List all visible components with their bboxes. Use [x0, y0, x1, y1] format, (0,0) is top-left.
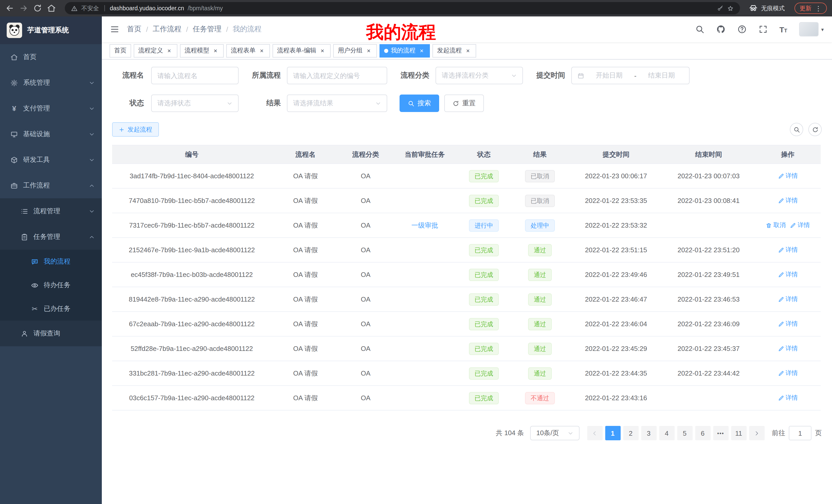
close-icon[interactable]: ×: [212, 47, 219, 54]
browser-back-icon[interactable]: [5, 4, 15, 13]
result-select[interactable]: 请选择流结果: [287, 94, 387, 112]
help-icon[interactable]: [737, 25, 746, 34]
pager-prev-button[interactable]: [587, 426, 602, 440]
sidebar-item-todo-task[interactable]: 待办任务: [0, 273, 102, 297]
sidebar-item-infrastructure[interactable]: 基础设施: [0, 121, 102, 147]
plus-icon: [119, 127, 125, 132]
breadcrumb-item[interactable]: 工作流程: [153, 25, 182, 34]
tab-home[interactable]: 首页: [109, 44, 131, 57]
detail-link[interactable]: 详情: [778, 369, 798, 377]
cell-id: 819442e8-7b9a-11ec-a290-acde48001122: [112, 287, 271, 311]
pager-next-button[interactable]: [749, 426, 764, 440]
sidebar-item-my-process[interactable]: 我的流程: [0, 250, 102, 273]
browser-reload-icon[interactable]: [33, 4, 42, 13]
tab-user-group[interactable]: 用户分组×: [333, 44, 377, 57]
browser-forward-icon[interactable]: [19, 4, 28, 13]
tab-process-model[interactable]: 流程模型×: [180, 44, 224, 57]
filter-category: 流程分类 请选择流程分类: [399, 67, 523, 84]
process-def-input[interactable]: [287, 67, 387, 84]
search-button[interactable]: 搜索: [399, 94, 439, 112]
sidebar-item-devtools[interactable]: 研发工具: [0, 147, 102, 173]
reset-button[interactable]: 重置: [444, 94, 484, 112]
browser-home-icon[interactable]: [47, 4, 56, 13]
chevron-down-icon: [89, 131, 95, 137]
sidebar-item-home[interactable]: 首页: [0, 44, 102, 70]
browser-update-button[interactable]: 更新 ⋮: [795, 3, 827, 14]
detail-link[interactable]: 详情: [778, 319, 798, 328]
page-size-select[interactable]: 10条/页: [530, 426, 579, 440]
close-icon[interactable]: ×: [464, 47, 471, 54]
goto-suffix: 页: [815, 428, 822, 438]
sidebar-item-leave-query[interactable]: 请假查询: [0, 320, 102, 346]
process-name-input[interactable]: [151, 67, 239, 84]
not-secure-label: 不安全: [81, 4, 99, 12]
detail-link[interactable]: 详情: [778, 246, 798, 254]
sidebar-logo-row[interactable]: 芋道管理系统: [0, 17, 102, 44]
date-range-input[interactable]: 开始日期 - 结束日期: [571, 67, 690, 84]
detail-link[interactable]: 详情: [778, 295, 798, 304]
breadcrumb-item[interactable]: 首页: [127, 25, 141, 34]
chevron-right-icon: [754, 430, 759, 436]
sidebar-item-done-task[interactable]: ✂已办任务: [0, 297, 102, 320]
close-icon[interactable]: ×: [418, 47, 425, 54]
font-size-icon[interactable]: TT: [779, 25, 787, 33]
pager-page-11[interactable]: 11: [731, 426, 746, 440]
pager-more-button[interactable]: •••: [713, 426, 728, 440]
address-bar[interactable]: 不安全 dashboard.yudao.iocoder.cn/bpm/task/…: [65, 2, 740, 15]
tab-process-definition[interactable]: 流程定义×: [134, 44, 177, 57]
fullscreen-icon[interactable]: [758, 25, 768, 34]
close-icon[interactable]: ×: [365, 47, 372, 54]
pager-page-2[interactable]: 2: [623, 426, 639, 440]
start-process-button[interactable]: 发起流程: [112, 122, 159, 137]
detail-link[interactable]: 详情: [778, 196, 798, 205]
cancel-link[interactable]: 取消: [766, 221, 786, 230]
sidebar-item-label: 流程管理: [33, 206, 60, 216]
cell-process-name: OA 请假: [271, 361, 339, 385]
browser-menu-icon[interactable]: ⋮: [815, 5, 822, 11]
pager-page-3[interactable]: 3: [641, 426, 656, 440]
detail-link[interactable]: 详情: [778, 344, 798, 353]
edit-icon: [778, 198, 784, 204]
bookmark-star-icon[interactable]: [727, 5, 734, 11]
tab-my-process[interactable]: 我的流程×: [380, 44, 430, 57]
password-key-icon[interactable]: [717, 5, 724, 11]
sidebar-item-system[interactable]: 系统管理: [0, 70, 102, 95]
pager-page-1[interactable]: 1: [605, 426, 620, 440]
sidebar-item-task-mgmt[interactable]: 任务管理: [0, 224, 102, 250]
sidebar-item-process-mgmt[interactable]: 流程管理: [0, 198, 102, 224]
github-icon[interactable]: [716, 25, 725, 34]
sidebar-item-payment[interactable]: ¥支付管理: [0, 95, 102, 121]
refresh-table-button[interactable]: [808, 123, 822, 136]
detail-link[interactable]: 详情: [778, 172, 798, 180]
header-search-icon[interactable]: [695, 25, 704, 34]
navbar-actions: TT ▾: [695, 22, 824, 36]
detail-link[interactable]: 详情: [778, 394, 798, 402]
breadcrumb-item[interactable]: 任务管理: [193, 25, 222, 34]
sidebar-item-workflow[interactable]: 工作流程: [0, 173, 102, 198]
pager-page-6[interactable]: 6: [695, 426, 710, 440]
user-menu[interactable]: ▾: [799, 22, 824, 36]
pager-page-5[interactable]: 5: [677, 426, 693, 440]
cell-id: 52ffd28e-7b9a-11ec-a290-acde48001122: [112, 337, 271, 361]
category-select[interactable]: 请选择流程分类: [436, 67, 523, 84]
status-select[interactable]: 请选择状态: [151, 94, 239, 112]
tab-start-process[interactable]: 发起流程×: [433, 44, 476, 57]
detail-link[interactable]: 详情: [790, 221, 810, 230]
result-tag: 处理中: [525, 219, 555, 231]
cell-id: 03c6c157-7b9a-11ec-a290-acde48001122: [112, 386, 271, 410]
close-icon[interactable]: ×: [319, 47, 326, 54]
cell-process-name: OA 请假: [271, 164, 339, 188]
pager-page-4[interactable]: 4: [659, 426, 674, 440]
current-task-link[interactable]: 一级审批: [411, 221, 438, 230]
goto-page-input[interactable]: [789, 426, 811, 440]
toggle-search-button[interactable]: [790, 123, 803, 136]
detail-link[interactable]: 详情: [778, 270, 798, 279]
cell-id: 331bc281-7b9a-11ec-a290-acde48001122: [112, 361, 271, 385]
tab-process-form[interactable]: 流程表单×: [226, 44, 270, 57]
tab-process-form-edit[interactable]: 流程表单-编辑×: [272, 44, 331, 57]
close-icon[interactable]: ×: [165, 47, 173, 54]
cell-current-task[interactable]: 一级审批: [392, 213, 458, 237]
close-icon[interactable]: ×: [258, 47, 265, 54]
tab-label: 流程表单: [231, 46, 256, 55]
sidebar-toggle-icon[interactable]: [110, 25, 119, 34]
